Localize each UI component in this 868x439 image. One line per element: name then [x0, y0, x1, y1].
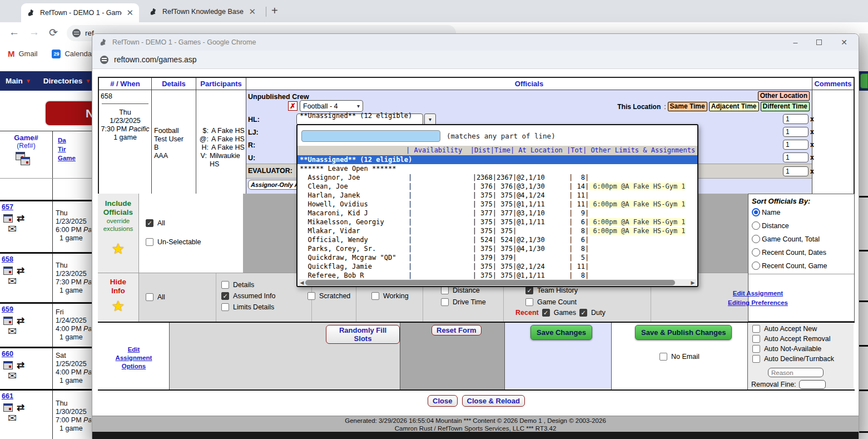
edit-assignment-options-link[interactable]: Edit: [128, 346, 140, 353]
hide-game-count-checkbox[interactable]: Game Count: [525, 298, 577, 306]
dropdown-option-official[interactable]: Quickdraw, Mcgraw "QD" | | 379| 379| | 5…: [297, 253, 697, 262]
assignor-only-button[interactable]: Assignor-Only Ass: [248, 180, 299, 190]
dropdown-option-official[interactable]: Parks, Corey, Sr. | | 375| 375|@4,1/30 |…: [297, 244, 697, 253]
hide-working-checkbox[interactable]: Working: [371, 292, 409, 300]
swap-officials-icon[interactable]: ⇄: [17, 315, 24, 327]
tab-knowledge-base[interactable]: RefTown Knowledge Base - Sear ✕: [143, 4, 261, 19]
calendar-icon[interactable]: [3, 317, 13, 325]
forward-icon[interactable]: →: [29, 26, 39, 38]
reload-icon[interactable]: ⟳: [49, 26, 58, 39]
reset-form-button[interactable]: Reset Form: [431, 325, 482, 336]
minimize-icon[interactable]: –: [793, 38, 797, 47]
auto-accept-removal-checkbox[interactable]: Auto Accept Removal: [752, 335, 854, 343]
save-changes-button[interactable]: Save Changes: [530, 325, 592, 340]
dropdown-option-official[interactable]: Mlakar, Vidar | | 375| 375| | 8| 6:00pm …: [297, 226, 697, 235]
dropdown-option-official[interactable]: Quickflag, Jamie | | 375| 375|@2,1/24 | …: [297, 262, 697, 271]
edit-assignment-options-link[interactable]: Options: [122, 363, 146, 369]
no-email-checkbox[interactable]: No Email: [659, 353, 700, 361]
recent-games-checkbox[interactable]: Games: [542, 309, 576, 317]
slot-count-input[interactable]: [783, 140, 809, 150]
scrollbar-thumb[interactable]: [305, 280, 675, 285]
star-icon[interactable]: ★: [98, 240, 138, 258]
site-info-icon[interactable]: [72, 29, 81, 37]
edit-assignment-options-link[interactable]: Assignment: [116, 354, 152, 361]
remove-crew-icon[interactable]: ✗: [288, 101, 297, 111]
dropdown-option-leave-open[interactable]: ****** Leave Open ******: [297, 164, 697, 173]
col-header-game-number[interactable]: Game#: [0, 131, 52, 142]
swap-officials-icon[interactable]: ⇄: [17, 402, 24, 413]
dropdown-option-official[interactable]: Official, Wendy | | 524| 524|@2,1/30 | 6…: [297, 235, 697, 244]
hide-all-checkbox[interactable]: All: [146, 293, 165, 301]
sort-radio-game-count[interactable]: Game Count, Total: [752, 235, 820, 243]
dropdown-option-official[interactable]: Harlan, Janek | | 375| 375|@4,1/24 | 11|: [297, 191, 697, 200]
auto-decline-turnback-checkbox[interactable]: Auto Decline/Turnback: [752, 355, 854, 363]
site-info-icon[interactable]: [100, 56, 108, 64]
close-button[interactable]: Close: [428, 395, 457, 407]
scroll-right-icon[interactable]: ▶: [690, 280, 696, 285]
email-icon[interactable]: ✉: [8, 369, 52, 382]
star-icon[interactable]: ★: [98, 298, 138, 315]
randomly-fill-slots-button[interactable]: Randomly Fill Slots: [326, 325, 400, 344]
save-publish-changes-button[interactable]: Save & Publish Changes: [635, 325, 732, 340]
popup-title-bar[interactable]: RefTown - DEMO 1 - Games - Google Chrome…: [92, 34, 859, 51]
hide-team-history-checkbox[interactable]: Team History: [525, 287, 578, 294]
include-unselectable-checkbox[interactable]: Un-Selectable: [146, 238, 201, 246]
col-header-date[interactable]: Da: [58, 136, 76, 145]
email-icon[interactable]: ✉: [8, 325, 52, 338]
swap-officials-icon[interactable]: ⇄: [17, 213, 24, 224]
dropdown-option-official[interactable]: Macaroni, Kid J | | 377| 377|@3,1/10 | 9…: [297, 209, 697, 218]
bookmark-gmail[interactable]: M Gmail: [8, 49, 37, 58]
dropdown-option-unassigned[interactable]: **Unassigned** (12 eligible): [297, 155, 697, 164]
calendar-icon[interactable]: [3, 214, 13, 223]
calendar-icon[interactable]: [3, 361, 13, 369]
hide-distance-checkbox[interactable]: Distance: [441, 287, 480, 294]
hl-official-select[interactable]: **Unassigned** (12 eligible) …: [296, 114, 423, 125]
hide-assumed-info-checkbox[interactable]: Assumed Info: [221, 292, 275, 300]
slot-count-input[interactable]: [783, 114, 809, 124]
tab-close-icon[interactable]: ✕: [249, 7, 256, 17]
dropdown-option-official[interactable]: Referee, Bob R | | 375| 375|@1,1/11 | 8|: [297, 271, 697, 280]
dropdown-horizontal-scrollbar[interactable]: ◀ ▶: [299, 279, 696, 286]
auto-not-available-checkbox[interactable]: Auto Not-Available: [752, 345, 854, 353]
new-tab-button[interactable]: +: [271, 4, 278, 17]
game-link[interactable]: 660: [2, 350, 13, 358]
game-link[interactable]: 659: [2, 305, 13, 313]
crew-type-select[interactable]: Football - 4▾: [300, 100, 363, 112]
nav-directories[interactable]: Directories▼: [43, 77, 91, 85]
official-search-input[interactable]: [301, 130, 440, 142]
hide-details-checkbox[interactable]: Details: [221, 281, 254, 289]
sort-radio-distance[interactable]: Distance: [752, 221, 789, 230]
back-icon[interactable]: ←: [9, 26, 19, 38]
recent-duty-checkbox[interactable]: Duty: [579, 309, 606, 317]
email-icon[interactable]: ✉: [8, 275, 52, 288]
col-header-game[interactable]: Game: [58, 154, 76, 162]
calendar-icon[interactable]: [3, 267, 13, 275]
dropdown-option-official[interactable]: Clean, Joe | | 376| 376|@3,1/30 | 14| 6:…: [297, 182, 697, 191]
nav-main[interactable]: Main▼: [6, 77, 31, 85]
sort-radio-name[interactable]: Name: [752, 208, 780, 216]
include-all-checkbox[interactable]: All: [146, 219, 165, 227]
game-link[interactable]: 661: [2, 392, 13, 400]
tab-reftown-games[interactable]: RefTown - DEMO 1 - Games ✕: [21, 3, 139, 22]
close-reload-button[interactable]: Close & Reload: [462, 395, 525, 407]
editing-preferences-link[interactable]: Editing Preferences: [728, 299, 788, 306]
sort-radio-recent-dates[interactable]: Recent Count, Dates: [752, 248, 826, 257]
scroll-left-icon[interactable]: ◀: [299, 280, 305, 285]
close-window-icon[interactable]: ✕: [841, 38, 847, 47]
dropdown-option-official[interactable]: Howell, Ovidius | | 375| 375|@1,1/11 | 1…: [297, 200, 697, 209]
hide-limits-details-checkbox[interactable]: Limits Details: [221, 303, 274, 311]
slot-count-input[interactable]: [783, 166, 809, 176]
slot-count-input[interactable]: [783, 127, 809, 137]
reason-input[interactable]: [768, 368, 824, 377]
slot-count-input[interactable]: [783, 152, 809, 162]
tab-close-icon[interactable]: ✕: [126, 8, 133, 18]
swap-officials-icon[interactable]: ⇄: [17, 359, 24, 371]
email-icon[interactable]: ✉: [8, 223, 52, 235]
swap-officials-icon[interactable]: ⇄: [17, 265, 24, 277]
maximize-icon[interactable]: [816, 40, 822, 45]
auto-accept-new-checkbox[interactable]: Auto Accept New: [752, 325, 854, 333]
dropdown-option-official[interactable]: Mikaelsson, Georgiy | | 375| 375|@1,1/11…: [297, 218, 697, 226]
email-icon[interactable]: ✉: [8, 412, 52, 425]
removal-fine-input[interactable]: [799, 380, 826, 389]
hl-select-dropdown-icon[interactable]: ▾: [424, 114, 436, 125]
